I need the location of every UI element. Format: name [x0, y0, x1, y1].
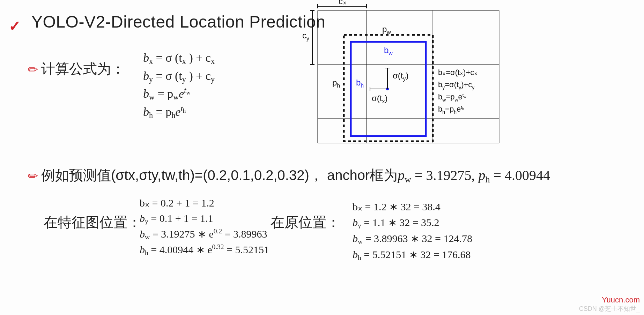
dg-stx-end: ) — [385, 93, 387, 103]
f-bw-sub: w — [149, 93, 155, 102]
f-by-mid: = σ (t — [153, 69, 182, 82]
f-bw-mid: = p — [155, 88, 173, 100]
dg-ph-sub: h — [337, 83, 340, 89]
f-bx-sub3: x — [211, 57, 215, 66]
ex-pw: p — [398, 167, 405, 183]
f-bh-supsub: h — [183, 107, 186, 114]
ob-r1: bₓ = 1.2 ∗ 32 = 38.4 — [353, 199, 472, 215]
dg-pw-sub: w — [386, 29, 391, 35]
dg-eq4sups: h — [462, 107, 464, 111]
ob-r4b: = 5.52151 ∗ 32 = 176.68 — [361, 249, 471, 260]
fb-r4sup: 0.32 — [212, 243, 224, 250]
svg-text:by=σ(ty)+cy: by=σ(ty)+cy — [438, 80, 474, 90]
fb-r4a: b — [140, 244, 145, 255]
dg-sty: σ(t — [393, 71, 403, 80]
dg-eq4c: e — [457, 105, 461, 113]
example-line: ✎例如预测值(σtx,σty,tw,th)=(0.2,0.1,0.2,0.32)… — [28, 166, 550, 185]
fb-r2s: y — [145, 217, 148, 225]
f-bx-sub: x — [149, 57, 153, 66]
dg-eq1: bₓ=σ(tₓ)+cₓ — [438, 68, 478, 77]
original-pos-label: 在原位置： — [271, 213, 340, 232]
fb-r4b: = 4.00944 ∗ e — [148, 244, 212, 255]
dg-bw: b — [384, 45, 388, 55]
f-by-sub2: y — [182, 75, 186, 83]
f-bx-b: b — [143, 51, 149, 64]
dg-cy-sub: y — [306, 36, 309, 42]
page-title: YOLO-V2-Directed Location Prediction — [31, 12, 325, 31]
f-by-sub: y — [149, 75, 153, 83]
fb-r3a: b — [140, 228, 145, 240]
svg-text:σ(tx): σ(tx) — [372, 93, 387, 104]
dg-eq2a: b — [438, 80, 442, 89]
dg-eq3b: =p — [446, 92, 454, 101]
svg-text:ph: ph — [332, 78, 340, 89]
f-bw-b: b — [143, 88, 149, 100]
watermark-yuucn: Yuucn.com — [602, 295, 640, 305]
f-bh-e: e — [175, 105, 180, 118]
dg-bw-sub: w — [388, 50, 393, 56]
section-formula-label: ✎计算公式为： — [28, 59, 125, 78]
f-bw-supsub: w — [186, 89, 191, 96]
dg-bh-sub: h — [361, 83, 364, 89]
ex-pw-eq: = 3.19275, — [411, 167, 479, 183]
ex-ph: p — [479, 167, 486, 183]
ex-pw-s: w — [405, 174, 411, 185]
dg-cx: cₓ — [339, 0, 347, 6]
svg-text:cy: cy — [302, 31, 309, 42]
fb-r4s: h — [145, 249, 148, 256]
ob-r3b: = 3.89963 ∗ 32 = 124.78 — [363, 233, 472, 244]
dg-pw: p — [382, 24, 387, 34]
ex-ph-s: h — [486, 174, 490, 185]
fb-r3b: = 3.19275 ∗ e — [150, 228, 214, 240]
f-bx-sub2: x — [182, 57, 186, 66]
f-by-sub3: y — [211, 75, 215, 83]
fb-r3c: = 3.89963 — [222, 228, 267, 240]
formula-label-text: 计算公式为： — [41, 61, 125, 76]
dg-eq2s3: y — [472, 85, 474, 90]
dg-eq2s2: y — [459, 85, 461, 90]
dg-eq4s: h — [442, 109, 445, 115]
f-bh-b: b — [143, 105, 149, 118]
ob-r2b: = 1.1 ∗ 32 = 35.2 — [361, 217, 439, 228]
dg-eq4b: =p — [445, 105, 454, 113]
fb-r2a: b — [140, 212, 145, 224]
watermark-csdn: CSDN @芝士不知世_ — [579, 305, 640, 313]
fb-r3sup: 0.2 — [214, 227, 222, 235]
f-bx-mid2: ) + c — [186, 51, 211, 64]
dg-sty-sub: y — [403, 76, 406, 82]
example-text: 例如预测值(σtx,σty,tw,th)=(0.2,0.1,0.2,0.32)，… — [41, 167, 398, 183]
formula-block: bx = σ (tx ) + cx by = σ (ty ) + cy bw =… — [143, 49, 215, 121]
dg-eq2b: =σ(t — [445, 80, 459, 89]
svg-text:pw: pw — [382, 24, 391, 35]
f-bh-sub: h — [149, 111, 153, 120]
fb-r2b: = 0.1 + 1 = 1.1 — [148, 212, 213, 224]
dg-eq4s2: h — [454, 109, 457, 115]
fb-r4c: = 5.52151 — [224, 244, 269, 255]
dg-eq3sups: w — [463, 95, 466, 99]
pencil-icon: ✎ — [24, 61, 41, 78]
fb-r3s: w — [145, 233, 150, 241]
bbox-diagram: cₓ cy pw ph bw bh σ(ty) σ(tx) bₓ=σ(tₓ)+c… — [300, 0, 545, 150]
dg-cy: c — [302, 31, 306, 40]
dg-eq2c: )+c — [461, 80, 472, 89]
f-by-mid2: ) + c — [186, 69, 211, 82]
fb-r1: bₓ = 0.2 + 1 = 1.2 — [140, 195, 269, 211]
ob-r4a: b — [353, 249, 358, 260]
f-bx-mid: = σ (t — [153, 51, 182, 64]
dg-bh: b — [356, 78, 361, 87]
svg-text:bh=pheth: bh=pheth — [438, 105, 464, 115]
check-icon: ✓ — [9, 17, 21, 35]
ob-r3a: b — [353, 233, 358, 244]
ob-r2a: b — [353, 217, 358, 228]
dg-eq2s: y — [442, 85, 445, 90]
svg-text:bw: bw — [384, 45, 393, 56]
pencil-icon: ✎ — [24, 168, 41, 185]
f-bh-mid: = p — [153, 105, 171, 118]
ob-r3s: w — [358, 238, 363, 245]
f-bh-sub2: h — [171, 111, 175, 120]
dg-stx-sub: x — [382, 98, 385, 104]
dg-eq4a: b — [438, 105, 442, 113]
ob-r2s: y — [358, 222, 361, 229]
ob-r4s: h — [358, 254, 361, 261]
dg-eq3a: b — [438, 92, 442, 101]
